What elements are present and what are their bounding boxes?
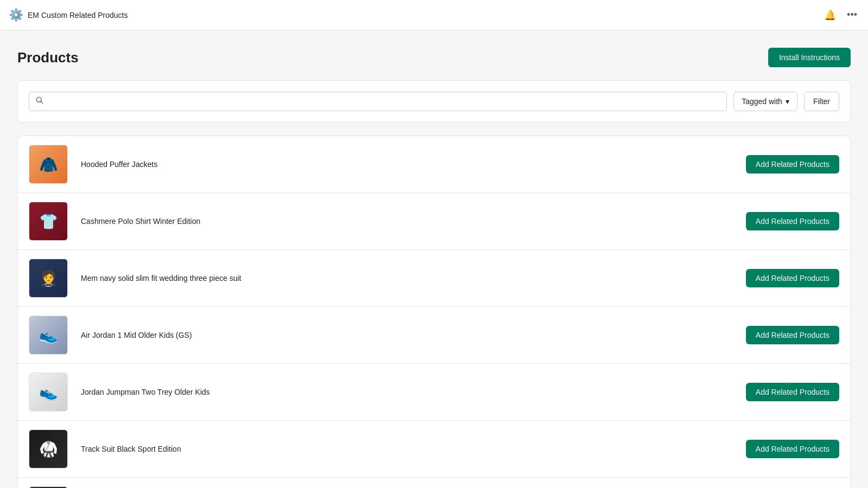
product-thumbnail: 👟 bbox=[29, 373, 68, 412]
product-name: Jordan Jumpman Two Trey Older Kids bbox=[68, 388, 746, 396]
product-list: 🧥 Hooded Puffer Jackets Add Related Prod… bbox=[17, 136, 851, 488]
product-row: 🤵 Black Silk Tuxedo Add Related Products bbox=[18, 478, 850, 488]
top-bar: ⚙️ EM Custom Related Products 🔔 ••• bbox=[0, 0, 868, 30]
main-content: Products Install Instructions Tagged wit… bbox=[0, 30, 868, 488]
product-thumbnail: 🤵 bbox=[29, 259, 68, 298]
top-bar-right: 🔔 ••• bbox=[822, 7, 859, 23]
filter-button[interactable]: Filter bbox=[804, 92, 839, 111]
svg-line-1 bbox=[41, 101, 43, 104]
product-image: 👕 bbox=[29, 202, 67, 240]
add-related-products-button[interactable]: Add Related Products bbox=[746, 212, 839, 230]
product-name: Hooded Puffer Jackets bbox=[68, 160, 746, 169]
more-button[interactable]: ••• bbox=[845, 7, 859, 23]
add-related-products-button[interactable]: Add Related Products bbox=[746, 326, 839, 344]
product-row: 👟 Air Jordan 1 Mid Older Kids (GS) Add R… bbox=[18, 307, 850, 364]
bell-icon: 🔔 bbox=[824, 9, 836, 21]
top-bar-left: ⚙️ EM Custom Related Products bbox=[9, 8, 127, 22]
product-row: 👟 Jordan Jumpman Two Trey Older Kids Add… bbox=[18, 364, 850, 421]
app-title: EM Custom Related Products bbox=[28, 11, 127, 20]
product-thumbnail: 🧥 bbox=[29, 145, 68, 184]
search-icon bbox=[35, 96, 44, 107]
product-image: 🧥 bbox=[29, 145, 67, 183]
add-related-products-button[interactable]: Add Related Products bbox=[746, 155, 839, 174]
product-image: 👟 bbox=[29, 316, 67, 354]
search-filter-row: Tagged with ▾ Filter bbox=[17, 80, 851, 123]
product-image: 🤵 bbox=[29, 259, 67, 297]
more-icon: ••• bbox=[847, 9, 857, 21]
tagged-with-button[interactable]: Tagged with ▾ bbox=[733, 92, 797, 111]
product-row: 👕 Cashmere Polo Shirt Winter Edition Add… bbox=[18, 193, 850, 250]
product-image: 👟 bbox=[29, 373, 67, 411]
product-row: 🧥 Hooded Puffer Jackets Add Related Prod… bbox=[18, 136, 850, 193]
product-name: Mem navy solid slim fit wedding three pi… bbox=[68, 274, 746, 282]
product-name: Air Jordan 1 Mid Older Kids (GS) bbox=[68, 331, 746, 339]
search-input[interactable] bbox=[29, 92, 727, 111]
bell-button[interactable]: 🔔 bbox=[822, 7, 838, 23]
product-name: Track Suit Black Sport Edition bbox=[68, 445, 746, 453]
product-row: 🥋 Track Suit Black Sport Edition Add Rel… bbox=[18, 421, 850, 478]
add-related-products-button[interactable]: Add Related Products bbox=[746, 440, 839, 458]
product-thumbnail: 👟 bbox=[29, 316, 68, 355]
product-thumbnail: 🥋 bbox=[29, 429, 68, 468]
tagged-with-label: Tagged with bbox=[742, 97, 782, 106]
product-row: 🤵 Mem navy solid slim fit wedding three … bbox=[18, 250, 850, 307]
product-thumbnail: 👕 bbox=[29, 202, 68, 241]
add-related-products-button[interactable]: Add Related Products bbox=[746, 383, 839, 401]
install-instructions-button[interactable]: Install Instructions bbox=[768, 48, 851, 67]
app-icon: ⚙️ bbox=[9, 8, 23, 22]
page-header: Products Install Instructions bbox=[17, 48, 851, 67]
product-name: Cashmere Polo Shirt Winter Edition bbox=[68, 217, 746, 226]
chevron-down-icon: ▾ bbox=[786, 97, 789, 106]
search-wrapper bbox=[29, 92, 727, 111]
product-image: 🥋 bbox=[29, 430, 67, 468]
page-title: Products bbox=[17, 49, 79, 66]
add-related-products-button[interactable]: Add Related Products bbox=[746, 269, 839, 287]
